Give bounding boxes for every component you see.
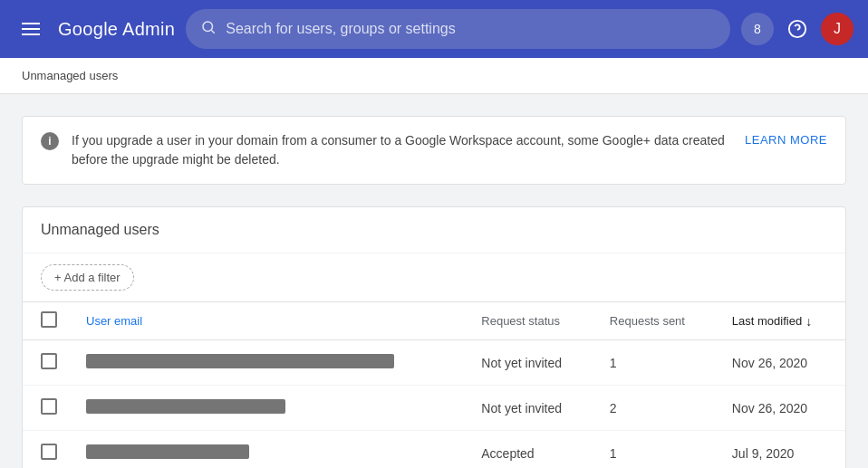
email-placeholder [86, 444, 249, 459]
select-all-checkbox[interactable] [41, 311, 57, 328]
row-email-cell [72, 386, 467, 431]
sort-arrow-icon: ↓ [805, 314, 812, 329]
nav-right-actions: 8 J [741, 13, 854, 45]
row-requests-sent: 1 [595, 431, 718, 469]
header-checkbox-col [23, 302, 72, 340]
user-avatar[interactable]: J [821, 13, 854, 45]
search-bar[interactable] [186, 9, 730, 49]
top-navigation: Google Admin 8 J [0, 0, 868, 58]
main-content: i If you upgrade a user in your domain f… [0, 94, 868, 468]
row-requests-sent: 2 [595, 386, 718, 431]
email-placeholder [86, 354, 394, 368]
row-checkbox[interactable] [41, 444, 57, 460]
search-icon [200, 19, 217, 40]
help-icon[interactable] [781, 13, 814, 45]
row-checkbox-cell [23, 431, 72, 469]
menu-icon[interactable] [14, 15, 47, 43]
info-icon: i [41, 132, 59, 150]
table-row: Not yet invited 2 Nov 26, 2020 [23, 386, 845, 431]
row-requests-sent: 1 [595, 340, 718, 386]
app-logo: Google Admin [58, 19, 175, 40]
svg-line-1 [212, 30, 215, 33]
table-title: Unmanaged users [23, 207, 845, 253]
table-header-row: User email Request status Requests sent … [23, 302, 845, 340]
add-filter-button[interactable]: + Add a filter [41, 264, 134, 291]
row-email-cell [72, 340, 467, 386]
row-request-status: Accepted [467, 431, 595, 469]
search-input[interactable] [226, 21, 716, 37]
info-banner-text: If you upgrade a user in your domain fro… [72, 131, 732, 169]
row-checkbox[interactable] [41, 353, 57, 369]
row-checkbox[interactable] [41, 398, 57, 415]
table-row: Not yet invited 1 Nov 26, 2020 [23, 340, 845, 386]
row-checkbox-cell [23, 340, 72, 386]
breadcrumb: Unmanaged users [0, 58, 868, 94]
notifications-badge[interactable]: 8 [741, 13, 774, 45]
svg-point-0 [203, 22, 213, 32]
row-email-cell [72, 431, 467, 469]
row-last-modified: Nov 26, 2020 [718, 386, 845, 431]
row-checkbox-cell [23, 386, 72, 431]
header-last-modified[interactable]: Last modified ↓ [718, 302, 845, 340]
filter-row: + Add a filter [23, 253, 845, 302]
data-table: User email Request status Requests sent … [23, 302, 845, 468]
table-card: Unmanaged users + Add a filter User emai… [22, 206, 846, 468]
row-request-status: Not yet invited [467, 340, 595, 386]
header-user-email[interactable]: User email [72, 302, 467, 340]
table-row: Accepted 1 Jul 9, 2020 [23, 431, 845, 469]
row-last-modified: Nov 26, 2020 [718, 340, 845, 386]
row-request-status: Not yet invited [467, 386, 595, 431]
header-requests-sent: Requests sent [595, 302, 718, 340]
email-placeholder [86, 399, 285, 414]
breadcrumb-text: Unmanaged users [22, 69, 118, 82]
learn-more-button[interactable]: LEARN MORE [745, 133, 827, 147]
header-request-status: Request status [467, 302, 595, 340]
info-banner: i If you upgrade a user in your domain f… [22, 116, 846, 185]
row-last-modified: Jul 9, 2020 [718, 431, 845, 469]
